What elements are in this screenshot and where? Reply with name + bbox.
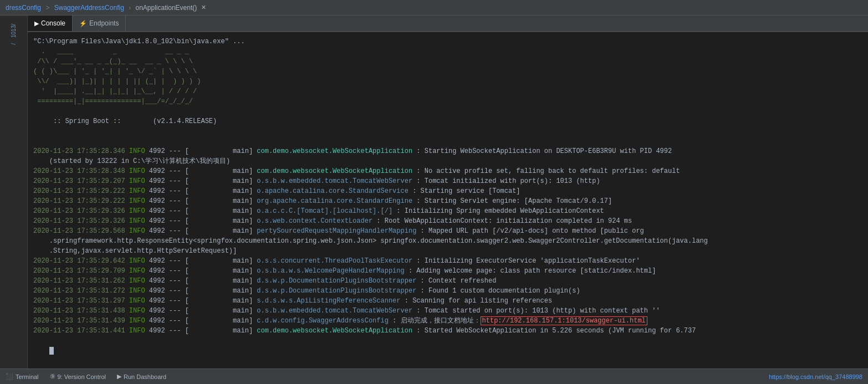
- sidebar-label-2: /: [11, 43, 17, 45]
- log-line: 2020-11-23 17:35:29.709 INFO 4992 --- [ …: [33, 266, 862, 276]
- ascii-line: . ____ _ __ _ _: [33, 47, 862, 57]
- ascii-line: =========|_|==============|___/=/_/_/_/: [33, 96, 862, 106]
- log-line: .springframework.http.ResponseEntity<spr…: [33, 236, 862, 246]
- breadcrumb-arrow: ›: [129, 4, 131, 12]
- cmd-line: "C:\Program Files\Java\jdk1.8.0_102\bin\…: [33, 37, 862, 47]
- cursor: [49, 347, 54, 355]
- log-line: 2020-11-23 17:35:29.326 INFO 4992 --- [ …: [33, 216, 862, 226]
- console-icon: ▶: [34, 20, 39, 27]
- ascii-line: /\\ / ___'_ __ _ _(_)_ __ __ _ \ \ \ \: [33, 57, 862, 66]
- left-sidebar: 1013/ /: [0, 16, 28, 368]
- spring-label: :: Spring Boot :: (v2.1.4.RELEASE): [49, 117, 217, 125]
- swagger-url-link[interactable]: http://192.168.157.1:1013/swagger-ui.htm…: [481, 316, 647, 325]
- log-line: 2020-11-23 17:35:31.441 INFO 4992 --- [ …: [33, 326, 862, 336]
- log-line: 2020-11-23 17:35:28.346 INFO 4992 --- [ …: [33, 146, 862, 156]
- ascii-art: . ____ _ __ _ _ /\\ / ___'_ __ _ _(_)_ _…: [33, 47, 862, 106]
- breadcrumb: dressConfig > SwaggerAddressConfig › onA…: [6, 4, 197, 12]
- status-left: ⬛ Terminal ⑨ 9: Version Control ▶ Run Da…: [6, 373, 166, 380]
- log-line: (started by 13222 in C:\学习\计算机技术\我的项目): [33, 156, 862, 166]
- log-line: 2020-11-23 17:35:29.642 INFO 4992 --- [ …: [33, 256, 862, 266]
- log-line: 2020-11-23 17:35:28.348 INFO 4992 --- [ …: [33, 166, 862, 176]
- close-button[interactable]: ×: [201, 3, 206, 12]
- log-line: 2020-11-23 17:35:29.222 INFO 4992 --- [ …: [33, 196, 862, 206]
- version-control-icon: ⑨: [50, 373, 55, 380]
- top-bar: dressConfig > SwaggerAddressConfig › onA…: [0, 0, 868, 16]
- log-line: 2020-11-23 17:35:29.568 INFO 4992 --- [ …: [33, 226, 862, 236]
- status-terminal[interactable]: ⬛ Terminal: [6, 373, 39, 380]
- spring-boot-line: :: Spring Boot :: (v2.1.4.RELEASE): [33, 106, 862, 136]
- log-line: 2020-11-23 17:35:31.439 INFO 4992 --- [ …: [33, 316, 862, 326]
- log-line: 2020-11-23 17:35:31.438 INFO 4992 --- [ …: [33, 306, 862, 316]
- tab-console[interactable]: ▶ Console: [28, 16, 73, 31]
- ascii-line: ( ( )\___ | '_ | '_| | '_ \/ _` | \ \ \ …: [33, 66, 862, 76]
- log-line: 2020-11-23 17:35:29.326 INFO 4992 --- [ …: [33, 206, 862, 216]
- cursor-line: [33, 336, 862, 366]
- status-version-control[interactable]: ⑨ 9: Version Control: [50, 373, 106, 380]
- log-line: 2020-11-23 17:35:29.207 INFO 4992 --- [ …: [33, 176, 862, 186]
- tab-bar: ▶ Console ⚡ Endpoints: [28, 16, 868, 32]
- log-line: .String,javax.servlet.http.HttpServletRe…: [33, 246, 862, 256]
- tab-endpoints-label: Endpoints: [89, 19, 119, 27]
- log-line: 2020-11-23 17:35:31.262 INFO 4992 --- [ …: [33, 276, 862, 286]
- terminal-icon: ⬛: [6, 373, 13, 380]
- sidebar-label-1: 1013/: [11, 24, 17, 38]
- endpoints-icon: ⚡: [79, 20, 87, 27]
- log-line: 2020-11-23 17:35:31.272 INFO 4992 --- [ …: [33, 286, 862, 296]
- log-line: 2020-11-23 17:35:31.297 INFO 4992 --- [ …: [33, 296, 862, 306]
- tab-console-label: Console: [41, 19, 65, 27]
- run-dashboard-icon: ▶: [117, 373, 121, 380]
- log-line: 2020-11-23 17:35:29.222 INFO 4992 --- [ …: [33, 186, 862, 196]
- console-area[interactable]: "C:\Program Files\Java\jdk1.8.0_102\bin\…: [28, 32, 868, 368]
- log-lines: 2020-11-23 17:35:28.346 INFO 4992 --- [ …: [33, 146, 862, 336]
- ascii-line: \\/ ___)| |_)| | | | | || (_| | ) ) ) ): [33, 76, 862, 86]
- version-control-label: 9: Version Control: [58, 373, 106, 380]
- status-blog-url[interactable]: https://blog.csdn.net/qq_37488998: [769, 373, 862, 380]
- status-bar: ⬛ Terminal ⑨ 9: Version Control ▶ Run Da…: [0, 368, 868, 384]
- blank-line-1: [33, 136, 862, 146]
- run-dashboard-label: Run Dashboard: [124, 373, 166, 380]
- tab-endpoints[interactable]: ⚡ Endpoints: [73, 16, 126, 31]
- ascii-line: ' |____| .__|_| |_|_| |_\__, | / / / /: [33, 86, 862, 96]
- terminal-label: Terminal: [16, 373, 39, 380]
- status-run-dashboard[interactable]: ▶ Run Dashboard: [117, 373, 166, 380]
